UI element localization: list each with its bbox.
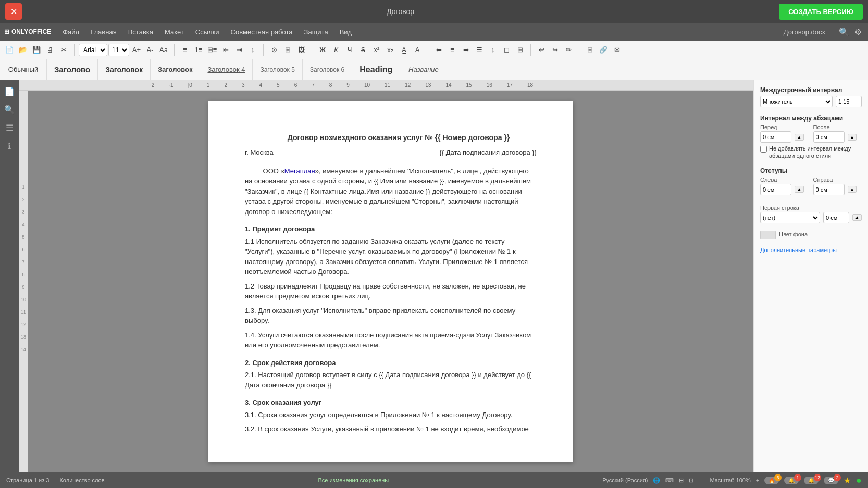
align-right-button[interactable]: ➡ bbox=[460, 44, 472, 56]
ruler-mark: ·1 bbox=[169, 82, 173, 88]
decrease-indent-button[interactable]: ⇤ bbox=[219, 44, 232, 56]
first-line-up-btn[interactable]: ▲ bbox=[852, 214, 862, 221]
after-value-input[interactable] bbox=[813, 131, 845, 143]
align-left-button[interactable]: ⬅ bbox=[432, 44, 445, 56]
style-heading[interactable]: Heading bbox=[352, 59, 400, 80]
font-family-select[interactable]: Arial bbox=[79, 44, 107, 56]
close-button[interactable]: ✕ bbox=[5, 3, 22, 20]
first-line-value-input[interactable] bbox=[823, 212, 849, 223]
menu-file[interactable]: Файл bbox=[57, 26, 84, 38]
create-version-button[interactable]: СОЗДАТЬ ВЕРСИЮ bbox=[779, 4, 863, 20]
person-icon[interactable]: ● bbox=[856, 475, 862, 486]
scissors-button[interactable]: ✂ bbox=[57, 44, 70, 56]
strikethrough-button[interactable]: S̶ bbox=[357, 44, 369, 56]
settings-icon[interactable]: ⚙ bbox=[852, 25, 864, 39]
open-button[interactable]: 📂 bbox=[17, 44, 29, 56]
insert-mail-button[interactable]: ✉ bbox=[611, 44, 623, 56]
borders-button[interactable]: ⊞ bbox=[514, 44, 526, 56]
copy-style-button[interactable]: ✏ bbox=[562, 44, 575, 56]
insert-table-button[interactable]: ⊟ bbox=[584, 44, 596, 56]
multilevel-list-button[interactable]: ⊞≡ bbox=[206, 44, 218, 56]
view-fit-icon[interactable]: ⊡ bbox=[689, 477, 693, 484]
line-spacing-button[interactable]: ↕ bbox=[246, 44, 259, 56]
line-spacing-type-select[interactable]: Множитель bbox=[760, 96, 833, 107]
save-button[interactable]: 💾 bbox=[30, 44, 43, 56]
underline-button[interactable]: Ч bbox=[343, 44, 356, 56]
ruler-mark: |0 bbox=[188, 82, 192, 88]
case-button[interactable]: Aa bbox=[157, 44, 170, 56]
doc-date-placeholder: {{ Дата подписания договора }} bbox=[439, 147, 537, 158]
align-center-button[interactable]: ≡ bbox=[446, 44, 458, 56]
font-size-up-button[interactable]: A+ bbox=[130, 44, 143, 56]
style-h6[interactable]: Заголовок 6 bbox=[303, 59, 352, 80]
badge-bell1[interactable]: 🔔 1 bbox=[784, 477, 799, 484]
style-h5[interactable]: Заголовок 5 bbox=[253, 59, 302, 80]
search-icon[interactable]: 🔍 bbox=[837, 25, 851, 39]
style-h3[interactable]: Заголовок bbox=[151, 59, 201, 80]
badge-fire[interactable]: 🔥 6 bbox=[764, 477, 779, 484]
highlight-button[interactable]: A̲ bbox=[398, 44, 410, 56]
sidebar-icon-list[interactable]: ☰ bbox=[4, 121, 15, 135]
view-icon[interactable]: ⊞ bbox=[679, 477, 684, 484]
redo-button[interactable]: ↪ bbox=[549, 44, 561, 56]
sidebar-icon-search[interactable]: 🔍 bbox=[2, 103, 17, 117]
shading-button[interactable]: ◻ bbox=[500, 44, 513, 56]
line-spacing-value-input[interactable] bbox=[836, 96, 862, 107]
document-page[interactable]: Договор возмездного оказания услуг № {{ … bbox=[208, 101, 573, 462]
star-icon[interactable]: ★ bbox=[844, 476, 851, 485]
menu-collab[interactable]: Совместная работа bbox=[226, 26, 298, 38]
style-h4[interactable]: Заголовок 4 bbox=[200, 59, 253, 80]
left-indent-input[interactable] bbox=[760, 184, 791, 195]
table-button[interactable]: ⊞ bbox=[281, 44, 294, 56]
eraser-button[interactable]: ⊘ bbox=[268, 44, 280, 56]
menu-home[interactable]: Главная bbox=[85, 26, 121, 38]
vruler-mark: 7 bbox=[22, 259, 24, 265]
zoom-in-button[interactable]: + bbox=[756, 477, 759, 483]
menu-links[interactable]: Ссылки bbox=[190, 26, 225, 38]
style-normal[interactable]: Обычный bbox=[0, 59, 47, 80]
menu-protect[interactable]: Защита bbox=[299, 26, 333, 38]
style-h2[interactable]: Заголовок bbox=[98, 59, 151, 80]
right-indent-up-btn[interactable]: ▲ bbox=[848, 186, 857, 193]
document-area[interactable]: Договор возмездного оказания услуг № {{ … bbox=[28, 91, 753, 472]
justify-button[interactable]: ☰ bbox=[473, 44, 486, 56]
document-title-text: Договор возмездного оказания услуг № {{ … bbox=[245, 132, 537, 143]
font-color-button[interactable]: A bbox=[411, 44, 424, 56]
print-button[interactable]: 🖨 bbox=[44, 44, 56, 56]
menu-view[interactable]: Вид bbox=[334, 26, 357, 38]
italic-button[interactable]: К bbox=[330, 44, 342, 56]
no-spacing-checkbox[interactable] bbox=[760, 146, 767, 153]
after-up-btn[interactable]: ▲ bbox=[848, 134, 857, 141]
font-size-select[interactable]: 11 bbox=[108, 44, 129, 56]
before-up-btn[interactable]: ▲ bbox=[795, 134, 804, 141]
megaplan-link[interactable]: Мегаплан bbox=[284, 167, 315, 175]
line-spacing-btn2[interactable]: ↕ bbox=[487, 44, 499, 56]
image-button[interactable]: 🖼 bbox=[295, 44, 307, 56]
ruler-mark: 7 bbox=[312, 82, 315, 88]
new-doc-button[interactable]: 📄 bbox=[3, 44, 16, 56]
bold-button[interactable]: Ж bbox=[316, 44, 329, 56]
extra-params-link[interactable]: Дополнительные параметры bbox=[760, 247, 837, 253]
menu-layout[interactable]: Макет bbox=[159, 26, 189, 38]
bullet-list-button[interactable]: ≡ bbox=[179, 44, 191, 56]
first-line-type-select[interactable]: (нет) bbox=[760, 212, 820, 223]
sidebar-icon-info[interactable]: ℹ bbox=[6, 139, 13, 153]
font-size-down-button[interactable]: A- bbox=[144, 44, 156, 56]
before-value-input[interactable] bbox=[760, 131, 791, 143]
left-indent-up-btn[interactable]: ▲ bbox=[795, 186, 804, 193]
subscript-button[interactable]: x₂ bbox=[384, 44, 396, 56]
insert-link-button[interactable]: 🔗 bbox=[597, 44, 610, 56]
badge-bell2[interactable]: 🔔 12 bbox=[804, 477, 819, 484]
increase-indent-button[interactable]: ⇥ bbox=[233, 44, 245, 56]
bg-color-box[interactable] bbox=[760, 231, 776, 239]
style-title[interactable]: Название bbox=[400, 59, 447, 80]
style-h1[interactable]: Заголово bbox=[47, 59, 98, 80]
badge-chat[interactable]: 💬 2 bbox=[824, 477, 838, 484]
sidebar-icon-file[interactable]: 📄 bbox=[2, 84, 17, 98]
numbered-list-button[interactable]: 1≡ bbox=[192, 44, 205, 56]
menu-insert[interactable]: Вставка bbox=[123, 26, 158, 38]
right-indent-input[interactable] bbox=[813, 184, 845, 195]
undo-button[interactable]: ↩ bbox=[535, 44, 548, 56]
superscript-button[interactable]: x² bbox=[370, 44, 383, 56]
language-label[interactable]: Русский (Россия) bbox=[602, 477, 648, 483]
